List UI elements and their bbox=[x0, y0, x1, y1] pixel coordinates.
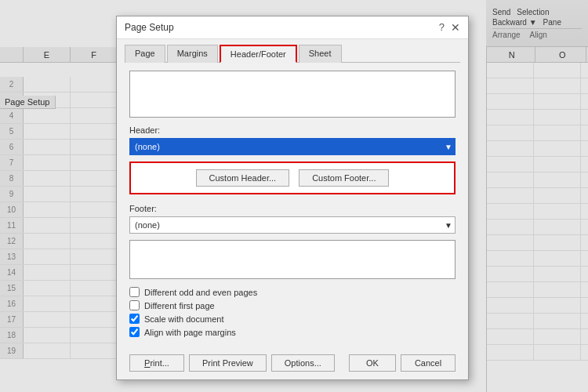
tab-margins-label: Margins bbox=[177, 49, 208, 58]
options-label: Options... bbox=[285, 358, 321, 368]
custom-footer-button[interactable]: Custom Footer... bbox=[299, 169, 389, 187]
dialog-title: Page Setup bbox=[125, 22, 174, 33]
tab-page-label: Page bbox=[135, 49, 155, 58]
header-preview-box bbox=[129, 71, 456, 118]
checkbox-align-row: Align with page margins bbox=[129, 327, 456, 337]
dialog-controls: ? ✕ bbox=[439, 21, 460, 34]
footer-label: Footer: bbox=[129, 204, 456, 213]
print-preview-button[interactable]: Print Preview bbox=[189, 354, 267, 372]
print-button-label: Print... bbox=[144, 358, 169, 368]
page-setup-dialog: Page Setup ? ✕ Page Margins Header/Foote… bbox=[116, 16, 469, 380]
first-page-checkbox[interactable] bbox=[129, 300, 140, 310]
ok-button[interactable]: OK bbox=[349, 354, 396, 372]
header-dropdown-row: (none) Page 1 Page 1 of ? ▼ bbox=[129, 138, 456, 155]
footer-left-buttons: Print... Print Preview Options... bbox=[129, 354, 335, 372]
first-page-label: Different first page bbox=[144, 301, 215, 310]
tab-margins[interactable]: Margins bbox=[167, 45, 218, 63]
tab-header-footer-label: Header/Footer bbox=[230, 49, 286, 59]
dialog-footer: Print... Print Preview Options... OK Can… bbox=[117, 348, 468, 379]
footer-section: Footer: (none) Page 1 ▼ bbox=[129, 204, 456, 234]
checkbox-first-page-row: Different first page bbox=[129, 300, 456, 310]
align-label: Align with page margins bbox=[144, 328, 236, 337]
custom-header-button[interactable]: Custom Header... bbox=[196, 169, 290, 187]
tab-sheet-label: Sheet bbox=[309, 49, 332, 58]
print-button[interactable]: Print... bbox=[129, 354, 184, 372]
header-dropdown[interactable]: (none) Page 1 Page 1 of ? bbox=[129, 138, 456, 155]
custom-buttons-row: Custom Header... Custom Footer... bbox=[129, 162, 456, 194]
footer-dropdown-row: (none) Page 1 ▼ bbox=[129, 216, 456, 234]
print-preview-label: Print Preview bbox=[202, 358, 253, 368]
footer-preview-box bbox=[129, 240, 456, 279]
odd-even-label: Different odd and even pages bbox=[144, 288, 257, 297]
footer-right-buttons: OK Cancel bbox=[349, 354, 456, 372]
dialog-titlebar: Page Setup ? ✕ bbox=[117, 16, 468, 39]
checkbox-scale-row: Scale with document bbox=[129, 314, 456, 324]
header-label: Header: bbox=[129, 125, 456, 135]
dialog-content: Header: (none) Page 1 Page 1 of ? ▼ Cust… bbox=[117, 63, 468, 348]
help-icon[interactable]: ? bbox=[439, 21, 445, 34]
tabs-container: Page Margins Header/Footer Sheet bbox=[117, 39, 468, 62]
tab-header-footer[interactable]: Header/Footer bbox=[220, 45, 297, 63]
options-button[interactable]: Options... bbox=[271, 354, 335, 372]
odd-even-checkbox[interactable] bbox=[129, 287, 140, 297]
tab-sheet[interactable]: Sheet bbox=[299, 45, 342, 63]
tab-page[interactable]: Page bbox=[125, 45, 165, 63]
close-icon[interactable]: ✕ bbox=[451, 21, 460, 34]
align-checkbox[interactable] bbox=[129, 327, 140, 337]
cancel-button[interactable]: Cancel bbox=[401, 354, 456, 372]
scale-label: Scale with document bbox=[144, 314, 224, 324]
scale-checkbox[interactable] bbox=[129, 314, 140, 324]
footer-dropdown[interactable]: (none) Page 1 bbox=[129, 216, 456, 234]
checkbox-odd-even-row: Different odd and even pages bbox=[129, 287, 456, 297]
